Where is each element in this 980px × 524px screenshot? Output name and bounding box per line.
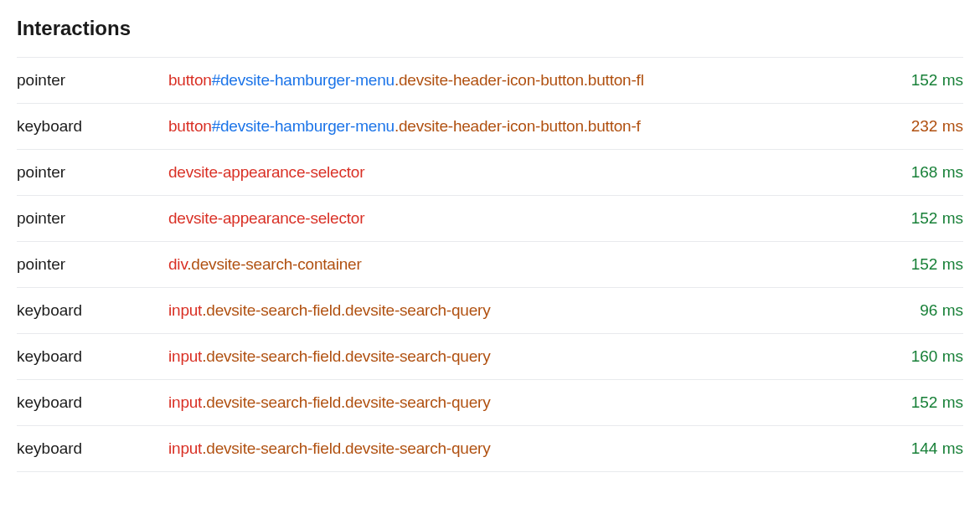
- interactions-panel: Interactions pointerbutton#devsite-hambu…: [17, 17, 963, 472]
- selector-tag: input: [168, 439, 202, 457]
- interaction-duration: 168 ms: [871, 163, 963, 182]
- selector-class: .devsite-search-query: [341, 393, 491, 411]
- interaction-row[interactable]: pointerdiv.devsite-search-container152 m…: [17, 241, 963, 287]
- selector-class: .devsite-search-query: [341, 439, 491, 457]
- interaction-duration: 232 ms: [871, 117, 963, 136]
- selector-class: .devsite-search-field: [202, 393, 341, 411]
- interaction-type: pointer: [17, 71, 155, 90]
- selector-tag: input: [168, 301, 202, 319]
- interaction-row[interactable]: pointerbutton#devsite-hamburger-menu.dev…: [17, 57, 963, 103]
- selector-class: .button-fl: [584, 71, 644, 89]
- selector-tag: button: [168, 71, 212, 89]
- selector-class: .button-f: [584, 117, 641, 135]
- selector-class: .devsite-search-field: [202, 301, 341, 319]
- interaction-selector: button#devsite-hamburger-menu.devsite-he…: [168, 117, 858, 136]
- interaction-row[interactable]: keyboardbutton#devsite-hamburger-menu.de…: [17, 103, 963, 149]
- interaction-duration: 152 ms: [871, 209, 963, 228]
- selector-id: #devsite-hamburger-menu: [212, 71, 395, 89]
- interaction-selector: input.devsite-search-field.devsite-searc…: [168, 347, 858, 366]
- interaction-selector: input.devsite-search-field.devsite-searc…: [168, 393, 858, 412]
- selector-class: .devsite-search-container: [187, 255, 361, 273]
- interaction-duration: 152 ms: [871, 71, 963, 90]
- interaction-duration: 152 ms: [871, 255, 963, 274]
- interaction-type: keyboard: [17, 301, 155, 320]
- selector-class: .devsite-search-field: [202, 439, 341, 457]
- selector-tag: div: [168, 255, 187, 273]
- interaction-row[interactable]: pointerdevsite-appearance-selector168 ms: [17, 149, 963, 195]
- interaction-row[interactable]: keyboardinput.devsite-search-field.devsi…: [17, 333, 963, 379]
- interaction-selector: devsite-appearance-selector: [168, 163, 858, 182]
- interaction-duration: 96 ms: [871, 301, 963, 320]
- interaction-row[interactable]: pointerdevsite-appearance-selector152 ms: [17, 195, 963, 241]
- interaction-row[interactable]: keyboardinput.devsite-search-field.devsi…: [17, 287, 963, 333]
- interaction-selector: div.devsite-search-container: [168, 255, 858, 274]
- interaction-type: keyboard: [17, 117, 155, 136]
- selector-class: .devsite-search-query: [341, 301, 491, 319]
- interaction-duration: 152 ms: [871, 393, 963, 412]
- interaction-selector: input.devsite-search-field.devsite-searc…: [168, 439, 858, 458]
- interaction-selector: button#devsite-hamburger-menu.devsite-he…: [168, 71, 858, 90]
- interaction-duration: 144 ms: [871, 439, 963, 458]
- interaction-type: pointer: [17, 209, 155, 228]
- selector-class: .devsite-header-icon-button: [395, 71, 584, 89]
- selector-tag: input: [168, 393, 202, 411]
- selector-tag: devsite-appearance-selector: [168, 163, 364, 181]
- interaction-type: pointer: [17, 163, 155, 182]
- interaction-row[interactable]: keyboardinput.devsite-search-field.devsi…: [17, 379, 963, 425]
- selector-class: .devsite-header-icon-button: [395, 117, 584, 135]
- panel-title: Interactions: [17, 17, 963, 40]
- selector-class: .devsite-search-field: [202, 347, 341, 365]
- interaction-type: pointer: [17, 255, 155, 274]
- selector-class: .devsite-search-query: [341, 347, 491, 365]
- interaction-type: keyboard: [17, 393, 155, 412]
- selector-id: #devsite-hamburger-menu: [212, 117, 395, 135]
- selector-tag: devsite-appearance-selector: [168, 209, 364, 227]
- interaction-row[interactable]: keyboardinput.devsite-search-field.devsi…: [17, 425, 963, 472]
- interactions-list: pointerbutton#devsite-hamburger-menu.dev…: [17, 57, 963, 472]
- selector-tag: input: [168, 347, 202, 365]
- interaction-duration: 160 ms: [871, 347, 963, 366]
- interaction-type: keyboard: [17, 347, 155, 366]
- interaction-selector: input.devsite-search-field.devsite-searc…: [168, 301, 858, 320]
- selector-tag: button: [168, 117, 212, 135]
- interaction-selector: devsite-appearance-selector: [168, 209, 858, 228]
- interaction-type: keyboard: [17, 439, 155, 458]
